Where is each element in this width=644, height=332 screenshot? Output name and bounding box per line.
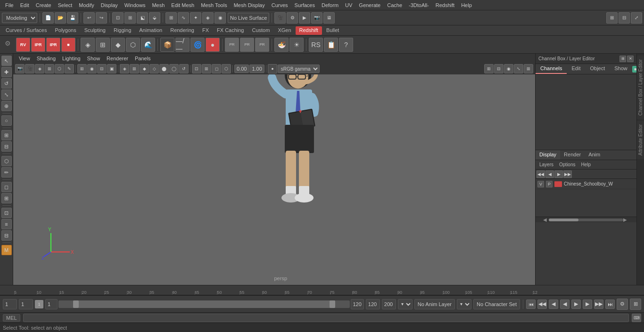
shelf-tab-sculpting[interactable]: Sculpting [81,26,109,35]
shelf-icon-mat1[interactable]: RS [309,38,323,52]
menu-deform[interactable]: Deform [318,1,342,9]
distribute-btn[interactable]: ⊟ [1,230,12,241]
panel-close-btn[interactable]: ✕ [627,56,634,62]
render-btn[interactable]: ▶ [299,12,310,24]
layer-options-btn[interactable]: Options [557,162,577,167]
shelf-tab-xgen[interactable]: XGen [274,26,295,35]
vt-btn-shading4[interactable]: ◇ [149,64,159,73]
range-slider[interactable] [58,300,350,308]
vt-btn-isolate[interactable]: ⊡ [192,64,201,73]
menu-select[interactable]: Select [55,1,76,9]
playback-speed-dropdown[interactable]: ▾ [398,299,413,309]
scroll-thumb[interactable] [549,219,578,221]
shelf-icon-7[interactable]: 📦 [160,38,174,52]
range-start-handle[interactable] [73,300,79,308]
vp-menu-renderer[interactable]: Renderer [104,55,131,62]
vt-btn-snap1[interactable]: ⊞ [484,64,494,73]
shelf-icon-rs1[interactable]: ■ [61,38,75,52]
vt-btn-shading7[interactable]: ↺ [179,64,189,73]
vt-btn-shading1[interactable]: ◈ [120,64,129,73]
shelf-icon-pr2[interactable]: PR [240,38,254,52]
select-btn[interactable]: ⊞ [124,12,136,24]
layers-menu-btn[interactable]: Layers [537,162,555,167]
create-subdiv-btn[interactable]: ⊞ [1,193,12,203]
shelf-icon-8[interactable]: —/— [175,38,190,52]
maximize-btn[interactable]: ⤢ [631,12,642,24]
vt-btn-cam2[interactable]: 🎥 [25,64,34,73]
shelf-icon-9[interactable]: 🌀 [190,38,205,52]
layer-playback-btn[interactable]: P [546,181,553,187]
layer-arrow-prev[interactable]: ◀ [545,170,554,178]
panel-float-btn[interactable]: ⊞ [619,56,626,62]
shelf-icon-help[interactable]: ? [339,38,353,52]
tab-show[interactable]: Show [610,64,632,74]
layer-arrow-left[interactable]: ◀◀ [537,170,545,178]
shelf-tab-rigging[interactable]: Rigging [110,26,135,35]
pane-btn[interactable]: ⊟ [619,12,630,24]
create-poly-btn[interactable]: ◻ [1,182,12,192]
vt-btn-cam6[interactable]: ✎ [65,64,74,73]
undo-btn[interactable]: ↩ [83,12,95,24]
layer-tab-display[interactable]: Display [536,150,560,160]
scroll-right-arrow[interactable]: ▶ [623,217,629,222]
layer-scrollbar[interactable]: ◀ ▶ [536,217,636,222]
playback-to-end-btn[interactable]: ⏭ [605,300,615,309]
menu-file[interactable]: File [2,1,17,9]
vt-btn-shading6[interactable]: ◯ [169,64,179,73]
playback-to-start-btn[interactable]: ⏮ [526,300,536,309]
playback-next-key-btn[interactable]: ▶ [583,300,592,309]
lasso-select-btn[interactable]: ⬡ [1,156,12,166]
select-tool-btn[interactable]: ↖ [1,56,12,66]
move-tool-btn[interactable]: ✚ [1,67,12,77]
menu-uv[interactable]: UV [342,1,355,9]
layer-item[interactable]: V P Chinese_Schoolboy_W [536,179,636,189]
vt-btn-display4[interactable]: ▣ [107,64,116,73]
mel-keyboard-btn[interactable]: ⌨ [632,314,641,322]
layout-btn[interactable]: ⊞ [606,12,618,24]
menu-3dtoall[interactable]: -3DtoAll- [405,1,432,9]
vt-btn-color[interactable]: ● [268,64,277,73]
new-scene-btn[interactable]: 📄 [42,12,54,24]
soft-select-btn[interactable]: ○ [1,115,12,126]
shelf-icon-sun[interactable]: ☀ [289,38,304,52]
vt-btn-display2[interactable]: ◉ [87,64,97,73]
lasso-btn[interactable]: ⬕ [137,12,148,24]
vt-btn-snap5[interactable]: ⊞ [524,64,533,73]
shelf-icon-rib[interactable]: IPR [31,38,45,52]
menu-surfaces[interactable]: Surfaces [291,1,318,9]
shelf-icon-3[interactable]: ⊞ [96,38,110,52]
camera-btn[interactable]: 🎥 [274,12,286,24]
menu-curves[interactable]: Curves [268,1,291,9]
menu-edit[interactable]: Edit [17,1,33,9]
vt-btn-cam3[interactable]: ◈ [35,64,44,73]
mel-input[interactable] [23,314,629,322]
vt-btn-resolution[interactable]: ⊞ [202,64,211,73]
universal-manip-btn[interactable]: ⊕ [1,101,12,111]
shelf-icon-bowl[interactable]: 🍜 [274,38,289,52]
shelf-tab-fx-caching[interactable]: FX Caching [213,26,248,35]
menu-mesh[interactable]: Mesh [149,1,168,9]
vt-btn-snap2[interactable]: ⊟ [494,64,504,73]
shelf-tab-polygons[interactable]: Polygons [51,26,80,35]
align-btn[interactable]: ≡ [1,219,12,229]
range-start-field[interactable]: 1 [45,299,58,309]
redo-btn[interactable]: ↪ [96,12,107,24]
playback-step-back-btn[interactable]: ◀◀ [537,300,547,309]
menu-generate[interactable]: Generate [355,1,384,9]
shelf-icon-10[interactable]: ● [206,38,220,52]
workspace-dropdown[interactable]: Modeling [2,13,37,23]
vertical-tab-channel-box[interactable]: Channel Box / Layer Editor [637,56,644,120]
playback-settings-btn[interactable]: ⚙ [617,299,628,310]
shelf-tab-bullet[interactable]: Bullet [322,26,343,35]
shelf-icon-2[interactable]: ◈ [81,38,95,52]
tab-edit[interactable]: Edit [567,64,585,74]
playback-step-fwd-btn[interactable]: ▶▶ [594,300,603,309]
vp-menu-lighting[interactable]: Lighting [59,55,83,62]
viewport-3d[interactable]: X Y Z persp [13,74,535,285]
shelf-icon-rv[interactable]: RV [16,38,30,52]
shelf-settings-btn[interactable]: ⚙ [2,38,13,49]
shelf-icon-5[interactable]: ⬡ [126,38,140,52]
range-end-field[interactable]: 120 [351,299,364,309]
shelf-tab-rendering[interactable]: Rendering [166,26,198,35]
ipr-btn[interactable]: 📷 [311,12,322,24]
